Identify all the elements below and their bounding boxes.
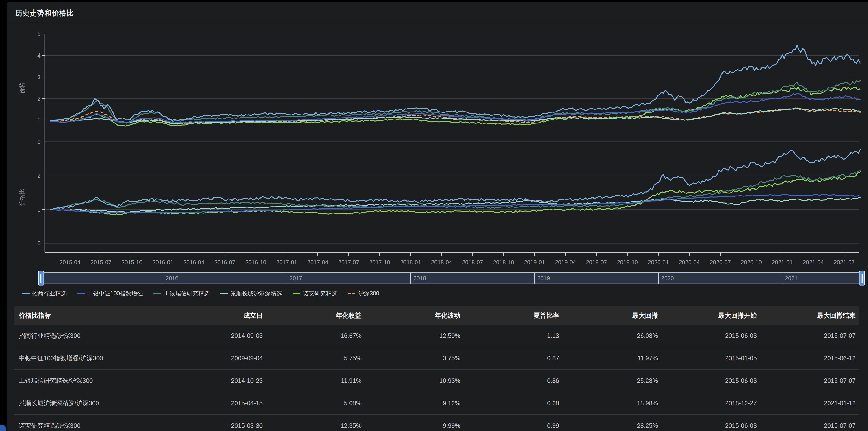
svg-text:0: 0 — [37, 139, 40, 145]
svg-text:2020-07: 2020-07 — [710, 259, 731, 265]
svg-text:2019-01: 2019-01 — [524, 259, 545, 265]
table-cell: 2015-06-03 — [661, 325, 760, 347]
svg-text:2: 2 — [37, 95, 40, 102]
legend-label: 中银中证100指数增强 — [87, 290, 143, 297]
column-header: 最大回撤结束 — [760, 306, 859, 325]
svg-text:2: 2 — [37, 173, 40, 179]
column-header: 年化波动 — [365, 306, 464, 325]
table-cell: 0.28 — [464, 392, 562, 414]
table-cell: 25.28% — [562, 370, 661, 392]
legend-item-景顺长城沪港深精选[interactable]: 景顺长城沪港深精选 — [220, 290, 282, 297]
svg-text:1: 1 — [37, 117, 40, 123]
table-cell: 11.91% — [266, 370, 365, 392]
svg-text:2015-10: 2015-10 — [121, 259, 143, 265]
table-cell: 2015-06-03 — [661, 414, 760, 431]
svg-text:1: 1 — [37, 206, 40, 213]
svg-text:2018-07: 2018-07 — [462, 259, 483, 265]
svg-text:2018-01: 2018-01 — [400, 259, 421, 265]
ratio-stats-table-wrap: 价格比指标成立日年化收益年化波动夏普比率最大回撤最大回撤开始最大回撤结束 招商行… — [14, 306, 859, 431]
svg-text:2017-07: 2017-07 — [338, 259, 359, 265]
datazoom-handle-right[interactable] — [859, 271, 865, 285]
column-header: 夏普比率 — [464, 306, 562, 325]
table-cell: 3.75% — [365, 347, 464, 370]
legend-item-招商行业精选[interactable]: 招商行业精选 — [22, 290, 66, 297]
legend-label: 沪深300 — [358, 290, 379, 297]
table-cell: 中银中证100指数增强/沪深300 — [14, 347, 167, 370]
svg-text:2015-04: 2015-04 — [59, 259, 81, 265]
svg-text:4: 4 — [37, 52, 40, 59]
legend-swatch-icon — [348, 293, 356, 294]
slider-year-label: 2018 — [413, 275, 426, 281]
legend-swatch-icon — [293, 293, 301, 294]
table-cell: 2018-12-27 — [661, 392, 760, 414]
table-cell: 11.97% — [562, 347, 661, 370]
legend-item-诺安研究精选[interactable]: 诺安研究精选 — [293, 290, 337, 297]
svg-text:2018-10: 2018-10 — [493, 259, 514, 265]
legend-swatch-icon — [22, 293, 30, 294]
column-header: 年化收益 — [266, 306, 365, 325]
table-row: 招商行业精选/沪深3002014-09-0316.67%12.59%1.1326… — [14, 325, 859, 347]
slider-year-label: 2020 — [661, 275, 674, 281]
slider-year-label: 2017 — [289, 275, 302, 281]
table-row: 景顺长城沪港深精选/沪深3002015-04-155.08%9.12%0.281… — [14, 392, 859, 414]
table-cell: 0.86 — [464, 370, 562, 392]
legend-item-工银瑞信研究精选[interactable]: 工银瑞信研究精选 — [153, 290, 210, 297]
chart-legend: 招商行业精选中银中证100指数增强工银瑞信研究精选景顺长城沪港深精选诺安研究精选… — [22, 290, 379, 297]
legend-item-中银中证100指数增强[interactable]: 中银中证100指数增强 — [77, 290, 143, 297]
table-cell: 2014-09-03 — [167, 325, 266, 347]
table-row: 诺安研究精选/沪深3002015-03-3012.35%9.99%0.9928.… — [14, 414, 859, 431]
svg-text:2019-07: 2019-07 — [586, 259, 607, 265]
svg-text:2017-10: 2017-10 — [369, 259, 390, 265]
column-header: 最大回撤 — [562, 306, 661, 325]
corner-blob — [0, 425, 6, 431]
table-cell: 9.99% — [365, 414, 464, 431]
table-cell: 2021-01-12 — [760, 392, 859, 414]
datazoom-track[interactable] — [41, 272, 862, 284]
table-row: 工银瑞信研究精选/沪深3002014-10-2311.91%10.93%0.86… — [14, 370, 859, 392]
svg-text:2021-01: 2021-01 — [772, 259, 793, 265]
svg-text:2017-01: 2017-01 — [276, 259, 297, 265]
table-header-row: 价格比指标成立日年化收益年化波动夏普比率最大回撤最大回撤开始最大回撤结束 — [14, 306, 859, 325]
ratio-axis-name: 价格比 — [19, 189, 25, 206]
legend-label: 工银瑞信研究精选 — [164, 290, 210, 297]
svg-text:2016-10: 2016-10 — [245, 259, 266, 265]
table-cell: 9.12% — [365, 392, 464, 414]
table-cell: 12.59% — [365, 325, 464, 347]
slider-year-label: 2016 — [166, 275, 179, 281]
slider-year-label: 2021 — [785, 275, 798, 281]
svg-text:2016-01: 2016-01 — [152, 259, 174, 265]
table-cell: 26.08% — [562, 325, 661, 347]
table-cell: 28.25% — [562, 414, 661, 431]
svg-text:2021-07: 2021-07 — [834, 259, 855, 265]
datazoom-handle-left[interactable] — [38, 271, 44, 285]
svg-text:2016-04: 2016-04 — [183, 259, 205, 265]
legend-swatch-icon — [153, 293, 161, 294]
table-cell: 2015-01-05 — [661, 347, 760, 370]
ratio-stats-table: 价格比指标成立日年化收益年化波动夏普比率最大回撤最大回撤开始最大回撤结束 招商行… — [14, 306, 859, 431]
svg-text:0: 0 — [37, 240, 40, 247]
table-cell: 景顺长城沪港深精选/沪深300 — [14, 392, 167, 414]
slider-year-label: 2019 — [537, 275, 550, 281]
column-header: 成立日 — [167, 306, 266, 325]
legend-label: 诺安研究精选 — [303, 290, 337, 297]
table-cell: 2015-04-15 — [167, 392, 266, 414]
svg-text:2021-04: 2021-04 — [803, 259, 824, 265]
legend-item-沪深300[interactable]: 沪深300 — [348, 290, 379, 297]
x-axis: 2015-042015-072015-102016-012016-042016-… — [45, 253, 859, 265]
history-and-ratio-chart[interactable]: 012345012价格价格比2015-042015-072015-102016-… — [0, 0, 868, 289]
ratio-chart-series — [50, 149, 861, 215]
table-cell: 2015-07-07 — [760, 414, 859, 431]
column-header: 最大回撤开始 — [661, 306, 760, 325]
table-cell: 0.99 — [464, 414, 562, 431]
table-cell: 诺安研究精选/沪深300 — [14, 414, 167, 431]
legend-label: 招商行业精选 — [32, 290, 66, 297]
table-cell: 12.35% — [266, 414, 365, 431]
table-cell: 2015-06-12 — [760, 347, 859, 370]
svg-text:2020-01: 2020-01 — [648, 259, 669, 265]
datazoom-slider[interactable]: 201620172018201920202021 — [38, 271, 865, 285]
series-景顺长城沪港深精选/沪深300 — [75, 197, 861, 212]
table-cell: 2009-09-04 — [167, 347, 266, 370]
legend-label: 景顺长城沪港深精选 — [230, 290, 282, 297]
svg-text:2019-04: 2019-04 — [555, 259, 576, 265]
table-cell: 5.75% — [266, 347, 365, 370]
